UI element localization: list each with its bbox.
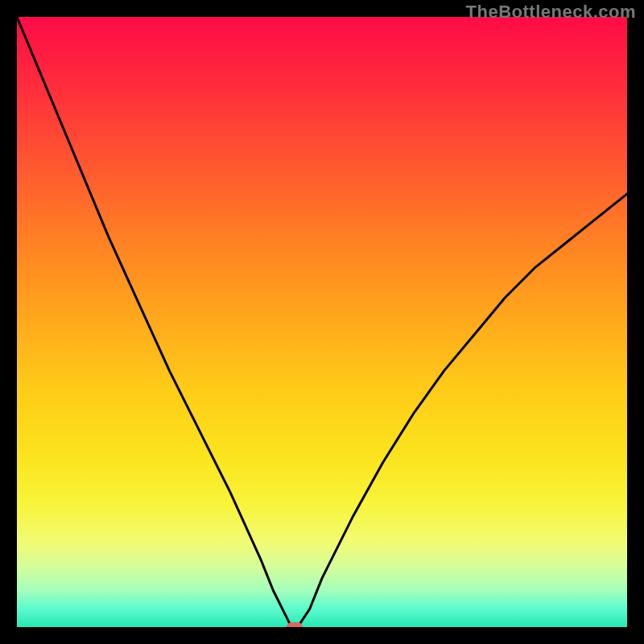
optimal-marker [287,622,303,627]
watermark-text: TheBottleneck.com [466,2,636,23]
bottleneck-curve [17,17,627,627]
plot-area [17,17,627,627]
chart-frame: TheBottleneck.com [0,0,644,644]
